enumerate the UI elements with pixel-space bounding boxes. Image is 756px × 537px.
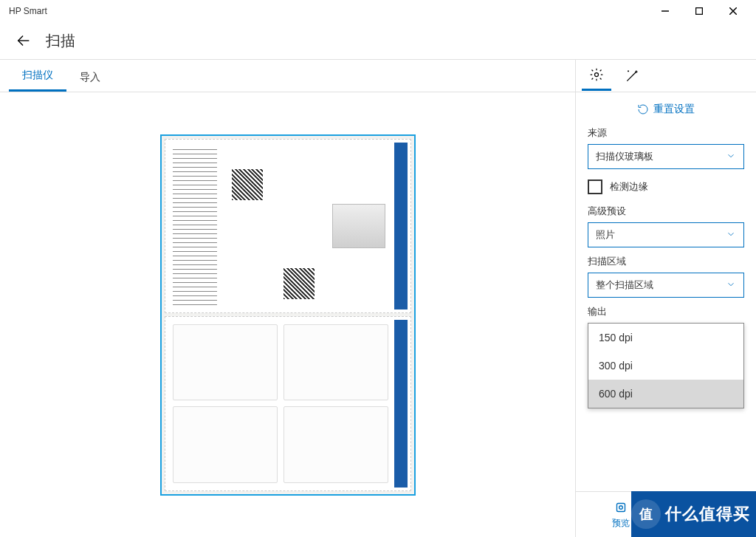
- reset-label: 重置设置: [653, 103, 695, 116]
- preset-select[interactable]: 照片: [588, 222, 744, 247]
- tab-import[interactable]: 导入: [66, 64, 114, 92]
- chevron-down-icon: [726, 151, 736, 163]
- area-label: 扫描区域: [588, 255, 744, 268]
- chevron-down-icon: [726, 229, 736, 242]
- output-dpi-dropdown[interactable]: 150 dpi 300 dpi 600 dpi: [588, 323, 744, 408]
- main-panel: 扫描仪 导入 1 2: [0, 59, 575, 537]
- enhance-tab[interactable]: [617, 61, 647, 91]
- preset-value: 照片: [596, 228, 615, 242]
- scanned-page[interactable]: 1 2: [160, 134, 416, 496]
- dpi-option-150[interactable]: 150 dpi: [588, 324, 743, 352]
- preview-icon: [613, 499, 629, 516]
- scan-preview-area: 1 2: [0, 92, 575, 537]
- source-value: 扫描仪玻璃板: [596, 150, 653, 163]
- chevron-down-icon: [726, 279, 736, 292]
- watermark-overlay: 值 什么值得买: [631, 491, 756, 537]
- back-button[interactable]: [15, 32, 32, 49]
- settings-tab[interactable]: [582, 61, 611, 91]
- main-tabs: 扫描仪 导入: [0, 60, 575, 92]
- page-header: 扫描: [0, 22, 756, 59]
- window-titlebar: HP Smart: [0, 0, 756, 22]
- settings-body: 重置设置 来源 扫描仪玻璃板 检测边缘 高级预设 照片 扫描区域 整个扫描区域: [576, 92, 756, 537]
- sidebar-tabs: [576, 60, 756, 92]
- svg-point-5: [595, 73, 599, 77]
- printer-illustration: [173, 406, 278, 482]
- dpi-option-600[interactable]: 600 dpi: [588, 380, 743, 408]
- svg-rect-11: [617, 504, 625, 512]
- window-title: HP Smart: [6, 6, 47, 16]
- reset-icon: [637, 103, 649, 115]
- preset-label: 高级预设: [588, 205, 744, 218]
- side-band: [394, 143, 408, 310]
- svg-line-6: [627, 72, 636, 81]
- tab-scanner[interactable]: 扫描仪: [9, 61, 66, 92]
- svg-point-12: [619, 506, 623, 510]
- source-select[interactable]: 扫描仪玻璃板: [588, 144, 744, 169]
- preview-button-label: 预览: [612, 517, 630, 530]
- area-select[interactable]: 整个扫描区域: [588, 273, 744, 298]
- page-bottom-half: 1 2: [165, 316, 411, 491]
- area-value: 整个扫描区域: [596, 278, 653, 292]
- settings-sidebar: 重置设置 来源 扫描仪玻璃板 检测边缘 高级预设 照片 扫描区域 整个扫描区域: [575, 59, 756, 537]
- dpi-option-300[interactable]: 300 dpi: [588, 352, 743, 380]
- output-label: 输出: [588, 305, 744, 318]
- window-controls: [648, 0, 750, 22]
- printer-illustration: [284, 406, 388, 482]
- svg-rect-1: [696, 8, 703, 15]
- close-button[interactable]: [716, 0, 750, 22]
- qr-code-icon: [284, 268, 315, 299]
- minimize-button[interactable]: [648, 0, 682, 22]
- detect-edges-checkbox[interactable]: 检测边缘: [588, 179, 744, 194]
- watermark-badge: 值: [631, 499, 661, 529]
- printer-illustration: [332, 204, 385, 248]
- maximize-button[interactable]: [682, 0, 716, 22]
- reset-settings-button[interactable]: 重置设置: [588, 103, 744, 116]
- page-top-half: [165, 139, 411, 314]
- magic-wand-icon: [625, 69, 639, 83]
- qr-code-icon: [232, 169, 263, 200]
- page-title: 扫描: [46, 31, 75, 51]
- printer-illustration: [173, 324, 278, 400]
- side-band: [394, 320, 408, 488]
- printer-illustration: [284, 324, 388, 400]
- watermark-text: 什么值得买: [665, 503, 750, 525]
- source-label: 来源: [588, 126, 744, 140]
- gear-icon: [589, 67, 604, 82]
- checkbox-box: [588, 179, 602, 194]
- content-area: 扫描仪 导入 1 2: [0, 59, 756, 537]
- detect-edges-label: 检测边缘: [610, 180, 648, 194]
